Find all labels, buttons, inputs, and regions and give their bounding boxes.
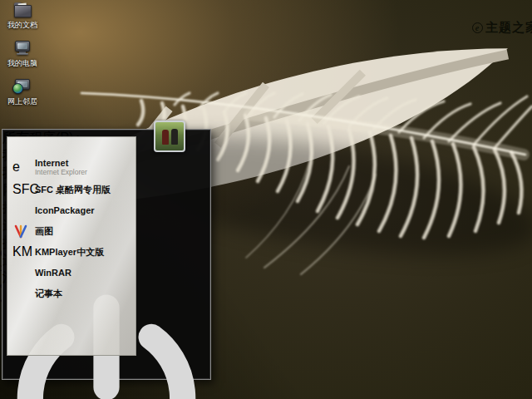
menu-item-sfc[interactable]: SFC SFC 桌酷网专用版 xyxy=(7,180,135,200)
network-places-icon xyxy=(12,78,32,95)
menu-item-label: IconPackager xyxy=(35,205,95,215)
menu-item-notepad[interactable]: 记事本 xyxy=(7,283,135,304)
menu-item-internet[interactable]: e Internet Internet Explorer xyxy=(7,155,135,180)
internet-explorer-icon: e xyxy=(12,160,29,176)
start-menu-pinned-panel: e Internet Internet Explorer SFC SFC 桌酷网… xyxy=(7,136,136,356)
theme-watermark: e 主题之家 xyxy=(472,18,532,37)
iconpackager-icon xyxy=(12,203,29,219)
desktop-icon-column: 我的文档 我的电脑 网上邻居 xyxy=(0,2,45,116)
menu-item-label: Internet xyxy=(35,158,68,168)
menu-item-label: WinRAR xyxy=(35,268,71,278)
watermark-text: 主题之家 xyxy=(485,20,532,36)
desktop-icon-my-documents[interactable]: 我的文档 xyxy=(0,2,45,31)
user-avatar[interactable] xyxy=(154,121,185,152)
paint-icon xyxy=(12,224,29,240)
desktop-icon-label: 我的文档 xyxy=(0,20,45,31)
my-documents-icon xyxy=(12,2,32,18)
menu-item-label: KMPlayer中文版 xyxy=(35,247,104,257)
watermark-logo-icon: e xyxy=(472,22,483,33)
desktop-icon-label: 网上邻居 xyxy=(0,96,45,107)
menu-item-winrar[interactable]: WinRAR xyxy=(7,263,135,283)
menu-item-label: SFC 桌酷网专用版 xyxy=(35,185,111,195)
sfc-icon: SFC xyxy=(12,182,29,199)
menu-item-kmplayer[interactable]: KM KMPlayer中文版 xyxy=(7,242,135,263)
desktop-icon-label: 我的电脑 xyxy=(0,58,45,69)
menu-item-label: 画图 xyxy=(35,226,53,236)
menu-item-label: 记事本 xyxy=(35,288,62,298)
desktop: e 主题之家 我的文档 我的电脑 网上邻居 e Internet xyxy=(0,0,532,399)
notepad-icon xyxy=(12,286,29,303)
desktop-icon-my-computer[interactable]: 我的电脑 xyxy=(0,40,45,69)
kmplayer-icon: KM xyxy=(12,244,29,261)
desktop-icon-network-places[interactable]: 网上邻居 xyxy=(0,78,45,107)
my-computer-icon xyxy=(12,40,32,57)
menu-item-sublabel: Internet Explorer xyxy=(35,169,87,176)
winrar-icon xyxy=(12,265,29,282)
menu-item-paint[interactable]: 画图 xyxy=(7,221,135,242)
start-menu: e Internet Internet Explorer SFC SFC 桌酷网… xyxy=(2,129,211,380)
menu-item-iconpackager[interactable]: IconPackager xyxy=(7,200,135,221)
